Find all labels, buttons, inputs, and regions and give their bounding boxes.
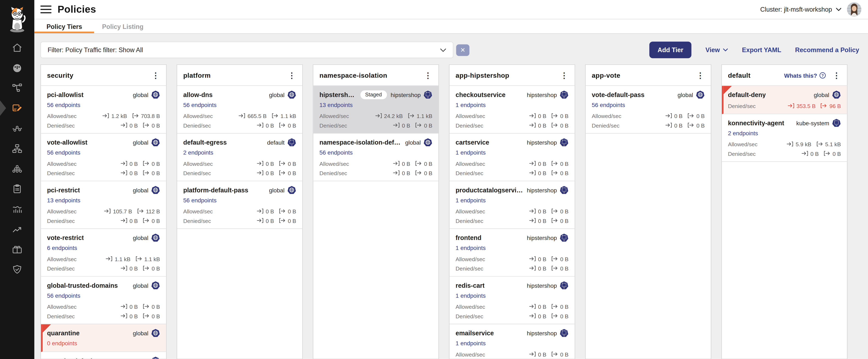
policy-card[interactable]: pci-restrictglobal13 endpointsAllowed/se… bbox=[41, 182, 166, 229]
endpoints-link[interactable]: 56 endpoints bbox=[183, 101, 216, 108]
kebab-menu-icon[interactable]: ⋮ bbox=[286, 71, 298, 79]
egress-icon bbox=[143, 304, 149, 309]
endpoints-link[interactable]: 1 endpoints bbox=[456, 292, 486, 299]
kebab-menu-icon[interactable]: ⋮ bbox=[831, 71, 843, 79]
policy-card[interactable]: allow-dnsglobal56 endpointsAllowed/sec66… bbox=[177, 86, 302, 134]
tab-policy-listing[interactable]: Policy Listing bbox=[94, 19, 151, 33]
egress-rate: 0 B bbox=[279, 170, 296, 176]
cluster-selector[interactable]: Cluster: jlt-msft-workshop bbox=[760, 6, 841, 13]
endpoints-link[interactable]: 1 endpoints bbox=[456, 245, 486, 251]
endpoints-link[interactable]: 1 endpoints bbox=[456, 340, 486, 347]
add-tier-button[interactable]: Add Tier bbox=[649, 42, 692, 58]
endpoints-link[interactable]: 56 endpoints bbox=[183, 197, 216, 203]
policy-card[interactable]: vote-allowlistglobal56 endpointsAllowed/… bbox=[41, 134, 166, 181]
endpoints-link[interactable]: 56 endpoints bbox=[47, 101, 80, 108]
sidebar-item-policies[interactable] bbox=[0, 98, 34, 118]
sidebar-item-trends[interactable] bbox=[0, 219, 34, 239]
inventory-icon bbox=[11, 244, 23, 255]
policy-card[interactable]: productcatalogservicehipstershopns1 endp… bbox=[450, 182, 575, 229]
policy-filter-dropdown[interactable]: Filter: Policy Traffic filter: Show All bbox=[40, 42, 454, 58]
endpoints-link[interactable]: 1 endpoints bbox=[456, 197, 486, 203]
sidebar-item-service-graph[interactable] bbox=[0, 118, 34, 139]
ingress-icon bbox=[257, 170, 264, 175]
ingress-icon bbox=[393, 170, 400, 175]
policy-card[interactable]: redis-carthipstershopns1 endpointsAllowe… bbox=[450, 277, 575, 324]
metric-label: Denied/sec bbox=[319, 122, 347, 128]
sidebar-item-home[interactable] bbox=[0, 37, 34, 58]
policy-card[interactable]: platform-default-passglobal56 endpointsA… bbox=[177, 182, 302, 229]
kebab-menu-icon[interactable]: ⋮ bbox=[694, 71, 706, 79]
metric-label: Denied/sec bbox=[47, 170, 75, 176]
metric-row: Allowed/sec0 B0 B bbox=[456, 160, 568, 167]
kebab-menu-icon[interactable]: ⋮ bbox=[149, 71, 162, 79]
endpoints-link[interactable]: 56 endpoints bbox=[592, 101, 625, 108]
policy-card[interactable]: default-denyglobalDenied/sec353.5 B96 B bbox=[722, 86, 847, 114]
endpoints-link[interactable]: 0 endpoints bbox=[47, 340, 77, 347]
sidebar-item-security[interactable] bbox=[0, 260, 34, 280]
policy-card[interactable]: hipstershop-gh…Stagedhipstershopns13 end… bbox=[313, 86, 438, 134]
sidebar-item-compliance[interactable] bbox=[0, 179, 34, 199]
kebab-menu-icon[interactable]: ⋮ bbox=[422, 71, 434, 79]
sidebar-item-hierarchy[interactable] bbox=[0, 139, 34, 159]
policy-card[interactable]: namespace-isolation-default-p…global56 e… bbox=[313, 134, 438, 181]
egress-icon bbox=[687, 122, 694, 128]
whats-this-link[interactable]: Whats this?? bbox=[784, 72, 826, 79]
endpoints-link[interactable]: 13 endpoints bbox=[47, 197, 80, 203]
policy-card[interactable]: emailservicehipstershopns1 endpointsAllo… bbox=[450, 324, 575, 359]
sidebar-item-network-flow[interactable] bbox=[0, 78, 34, 98]
ingress-icon bbox=[121, 161, 127, 166]
policy-card[interactable]: global-trusted-domainsglobal56 endpoints… bbox=[41, 277, 166, 324]
sidebar-item-statistics[interactable] bbox=[0, 199, 34, 219]
egress-value: 0 B bbox=[560, 313, 568, 319]
endpoints-link[interactable]: 56 endpoints bbox=[47, 149, 80, 156]
namespace-scope-icon: ns bbox=[560, 281, 569, 290]
endpoints-link[interactable]: 13 endpoints bbox=[319, 101, 353, 108]
policy-card[interactable]: checkoutservicehipstershopns1 endpointsA… bbox=[450, 86, 575, 134]
policy-card[interactable]: default-egressdefaultns2 endpointsAllowe… bbox=[177, 134, 302, 181]
policy-card[interactable]: vote-default-passglobal56 endpointsAllow… bbox=[586, 86, 711, 134]
endpoints-link[interactable]: 1 endpoints bbox=[456, 101, 486, 108]
svg-text:ns: ns bbox=[563, 96, 565, 98]
endpoints-link[interactable]: 2 endpoints bbox=[728, 130, 758, 136]
view-button[interactable]: View bbox=[706, 47, 728, 53]
ingress-value: 0 B bbox=[538, 122, 547, 128]
metric-values: 0 B0 B bbox=[529, 122, 569, 128]
metric-rows: Allowed/sec0 B0 BDenied/sec0 B0 B bbox=[47, 160, 160, 177]
global-scope-icon bbox=[151, 186, 160, 194]
policy-card[interactable]: frontendhipstershopns1 endpointsAllowed/… bbox=[450, 229, 575, 277]
endpoints-link[interactable]: 2 endpoints bbox=[183, 149, 213, 156]
sidebar-item-workloads[interactable] bbox=[0, 159, 34, 179]
ingress-value: 0 B bbox=[266, 160, 274, 166]
sidebar-item-dashboard[interactable] bbox=[0, 58, 34, 78]
policy-card[interactable]: konnectivity-agentkube-systemns2 endpoin… bbox=[722, 114, 847, 162]
metric-rows: Allowed/sec0 B0 BDenied/sec0 B0 B bbox=[456, 208, 568, 225]
policy-card[interactable]: quarantineglobal0 endpoints bbox=[41, 324, 166, 352]
policy-card[interactable]: cartservicehipstershopns1 endpointsAllow… bbox=[450, 134, 575, 181]
kebab-menu-icon[interactable]: ⋮ bbox=[558, 71, 570, 79]
export-yaml-button[interactable]: Export YAML bbox=[742, 47, 781, 53]
policy-name: konnectivity-agent bbox=[728, 119, 784, 126]
sidebar-item-inventory[interactable] bbox=[0, 239, 34, 259]
clear-filter-button[interactable]: ✕ bbox=[456, 44, 469, 56]
tab-policy-tiers[interactable]: Policy Tiers bbox=[34, 19, 94, 33]
endpoints-link[interactable]: 56 endpoints bbox=[319, 149, 353, 156]
endpoints-link[interactable]: 56 endpoints bbox=[47, 292, 80, 299]
endpoints-link[interactable]: 1 endpoints bbox=[456, 149, 486, 156]
hamburger-menu-icon[interactable] bbox=[40, 5, 52, 13]
sidebar bbox=[0, 0, 34, 359]
policy-scope: global bbox=[269, 186, 296, 194]
policy-card[interactable]: security-default-passglobal bbox=[41, 352, 166, 359]
svg-text:ns: ns bbox=[563, 191, 565, 193]
egress-rate: 0 B bbox=[551, 351, 569, 357]
scope-label: global bbox=[678, 91, 693, 98]
namespace-scope-icon: ns bbox=[560, 138, 569, 147]
filter-row: Filter: Policy Traffic filter: Show All … bbox=[40, 42, 859, 58]
egress-icon bbox=[816, 141, 823, 147]
user-avatar[interactable] bbox=[847, 2, 861, 17]
policy-card[interactable]: vote-restrictglobal6 endpointsAllowed/se… bbox=[41, 229, 166, 277]
metric-label: Allowed/sec bbox=[47, 304, 76, 309]
policy-card[interactable]: pci-allowlistglobal56 endpointsAllowed/s… bbox=[41, 86, 166, 134]
endpoints-link[interactable]: 6 endpoints bbox=[47, 245, 77, 251]
ingress-icon bbox=[121, 122, 127, 128]
recommend-policy-button[interactable]: Recommend a Policy bbox=[795, 47, 859, 53]
